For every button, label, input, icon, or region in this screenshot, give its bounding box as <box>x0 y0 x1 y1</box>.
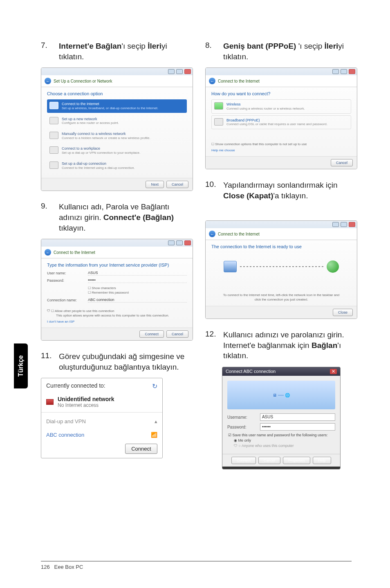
close-icon[interactable] <box>184 69 191 74</box>
step-9: 9. Kullanıcı adı, Parola ve Bağlantı adı… <box>41 202 193 233</box>
username-field[interactable]: ASUS <box>260 413 335 421</box>
chevron-up-icon[interactable]: ▴ <box>155 418 157 424</box>
option-workplace[interactable]: Connect to a workplaceSet up a dial-up o… <box>47 144 187 157</box>
back-icon[interactable]: ← <box>45 78 51 84</box>
option-wireless[interactable]: WirelessConnect using a wireless router … <box>211 99 351 113</box>
dialog-heading: Type the information from your Internet … <box>47 263 187 267</box>
step-7: 7. Internet'e Bağlan'ı seçip İleriyi tık… <box>41 41 193 62</box>
breadcrumb-bar: ← Connect to the Internet <box>41 247 193 258</box>
option-broadband-pppoe[interactable]: Broadband (PPPoE)Connect using DSL or ca… <box>211 115 351 129</box>
maximize-icon[interactable] <box>176 240 183 245</box>
step-text: Geniş bant (PPPoE) 'ı seçip İleriyi tıkl… <box>223 41 357 62</box>
ready-description: To connect to the Internet next time, le… <box>211 293 351 302</box>
step-number: 7. <box>41 41 52 62</box>
globe-icon <box>327 260 339 273</box>
screenshot-12: Connect ABC connection ✕ 🖥 ── 🌐 Username… <box>222 367 341 469</box>
window-titlebar <box>41 68 193 75</box>
cancel-button[interactable]: Cancel <box>166 181 188 188</box>
next-button[interactable]: Next <box>146 181 164 188</box>
close-button[interactable]: Close <box>333 309 353 316</box>
step-text: Görev çubuğundaki ağ simgesine ve oluştu… <box>59 351 193 372</box>
signal-icon: 📶 <box>151 432 157 438</box>
back-icon[interactable]: ← <box>45 249 51 256</box>
close-icon[interactable] <box>184 240 191 245</box>
refresh-icon[interactable]: ↻ <box>152 382 157 390</box>
no-isp-link[interactable]: I don't have an ISP <box>47 320 187 323</box>
breadcrumb: Set Up a Connection or Network <box>54 79 112 83</box>
close-icon[interactable]: ✕ <box>330 369 337 374</box>
properties-button[interactable]: Properties <box>283 457 310 464</box>
window-titlebar <box>206 68 357 75</box>
back-icon[interactable]: ← <box>209 231 215 237</box>
dialog-heading: The connection to the Internet is ready … <box>211 244 351 249</box>
password-field[interactable]: •••••• <box>260 423 335 431</box>
show-options-checkbox[interactable]: ☐ Show connection options that this comp… <box>211 142 351 146</box>
breadcrumb-bar: ← Connect to the Internet <box>206 75 357 87</box>
maximize-icon[interactable] <box>341 222 347 227</box>
step-10: 10. Yapılandırmayı sonlandırmak için Clo… <box>205 180 357 201</box>
step-8: 8. Geniş bant (PPPoE) 'ı seçip İleriyi t… <box>205 41 357 62</box>
help-button[interactable]: Help <box>313 457 331 464</box>
help-choose-link[interactable]: Help me choose <box>211 148 351 152</box>
popup-title: Currently connected to: <box>46 382 105 389</box>
bold-text: Geniş bant (PPPoE) <box>223 42 298 50</box>
connection-item[interactable]: ABC connection <box>46 432 84 438</box>
connect-button[interactable]: Connect <box>231 457 256 464</box>
option-manual-wireless[interactable]: Manually connect to a wireless networkCo… <box>47 129 187 142</box>
bold-text: İleri <box>148 42 161 50</box>
me-only-radio[interactable]: ◉ Me only <box>228 438 335 442</box>
globe-icon <box>49 102 58 109</box>
maximize-icon[interactable] <box>341 69 347 74</box>
step-12: 12. Kullanıcı adınızı ve parolanızı giri… <box>205 330 357 361</box>
password-field[interactable]: •••••• <box>88 278 187 283</box>
minimize-icon[interactable] <box>168 69 175 74</box>
step-text: Yapılandırmayı sonlandırmak için Close (… <box>223 180 357 201</box>
connection-line-icon <box>240 266 323 267</box>
allow-others-checkbox[interactable]: 🛡 ☐ Allow other people to use this conne… <box>47 309 187 313</box>
breadcrumb: Connect to the Internet <box>54 250 95 255</box>
breadcrumb-bar: ← Set Up a Connection or Network <box>41 75 193 87</box>
save-credentials-checkbox[interactable]: ☑ Save this user name and password for t… <box>228 433 335 437</box>
screenshot-10: ← Connect to the Internet The connection… <box>205 220 357 319</box>
option-new-network[interactable]: Set up a new networkConfigure a new rout… <box>47 114 187 128</box>
cancel-button[interactable]: Cancel <box>258 457 280 464</box>
connection-name-field[interactable]: ABC connection <box>88 298 187 303</box>
step-number: 10. <box>205 180 216 201</box>
window-titlebar <box>206 221 357 228</box>
username-field[interactable]: ASUS <box>88 271 187 276</box>
minimize-icon[interactable] <box>168 240 175 245</box>
bold-text: Close (Kapat) <box>223 191 273 200</box>
window-titlebar <box>41 239 193 247</box>
cancel-button[interactable]: Cancel <box>166 330 188 338</box>
connect-button[interactable]: Connect <box>125 444 157 454</box>
close-icon[interactable] <box>349 69 355 74</box>
back-icon[interactable]: ← <box>209 78 215 84</box>
minimize-icon[interactable] <box>332 222 339 227</box>
allow-others-desc: This option allows anyone with access to… <box>47 314 187 317</box>
remember-password-checkbox[interactable]: ☐ Remember this password <box>88 291 187 294</box>
maximize-icon[interactable] <box>176 69 183 74</box>
close-icon[interactable] <box>349 222 355 227</box>
step-number: 8. <box>205 41 216 62</box>
option-connect-internet[interactable]: Connect to the InternetSet up a wireless… <box>47 99 187 112</box>
minimize-icon[interactable] <box>332 69 339 74</box>
anyone-radio[interactable]: 🛡 ○ Anyone who uses this computer <box>228 444 335 448</box>
username-label: Username: <box>227 415 256 420</box>
dialog-heading: How do you want to connect? <box>211 91 351 96</box>
step-11: 11. Görev çubuğundaki ağ simgesine ve ol… <box>41 351 193 372</box>
computer-icon <box>224 261 237 272</box>
screenshot-8: ← Connect to the Internet How do you wan… <box>205 67 357 169</box>
language-tab: Türkçe <box>14 343 28 388</box>
bold-text: İleri <box>325 42 338 50</box>
dialog-heading: Choose a connection option <box>47 91 187 96</box>
connection-name-label: Connection name: <box>47 298 84 302</box>
connect-button[interactable]: Connect <box>139 330 164 338</box>
show-chars-checkbox[interactable]: ☐ Show characters <box>88 286 187 290</box>
option-dialup[interactable]: Set up a dial-up connectionConnect to th… <box>47 159 187 172</box>
step-number: 11. <box>41 351 52 372</box>
page-number: 126 <box>41 564 50 570</box>
screenshot-11: Currently connected to: ↻ Unidentified n… <box>41 378 163 458</box>
screenshot-7: ← Set Up a Connection or Network Choose … <box>41 67 193 191</box>
cancel-button[interactable]: Cancel <box>331 159 353 166</box>
section-label: Dial-up and VPN <box>46 418 86 424</box>
